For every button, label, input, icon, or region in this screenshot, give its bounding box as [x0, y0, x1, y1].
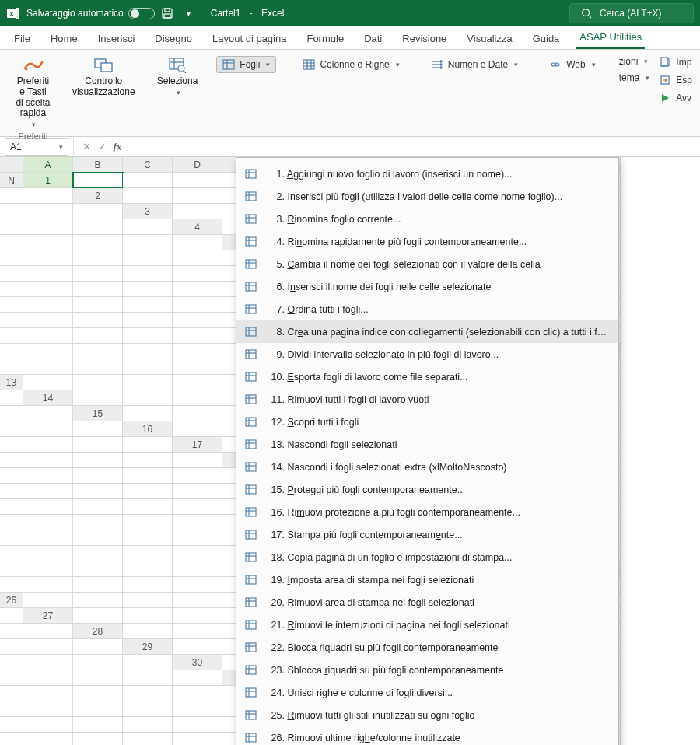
cell[interactable]	[123, 530, 173, 546]
cell[interactable]	[73, 546, 123, 561]
row-header[interactable]: 17	[173, 437, 222, 453]
cell[interactable]	[73, 639, 123, 655]
menu-item-26[interactable]: 26. Rimuovi ultime righe/colonne inutili…	[236, 726, 618, 745]
menu-item-12[interactable]: 12. Scopri tutti i fogli	[236, 411, 618, 433]
cell[interactable]	[123, 515, 173, 530]
cell[interactable]	[23, 437, 73, 453]
cell[interactable]	[73, 344, 123, 359]
cell[interactable]	[73, 390, 123, 406]
cell[interactable]	[173, 701, 222, 717]
col-header[interactable]: D	[173, 157, 222, 173]
cell[interactable]	[123, 406, 173, 421]
row-header[interactable]: 3	[123, 204, 173, 219]
cell[interactable]	[23, 313, 73, 328]
cell[interactable]	[0, 468, 23, 484]
formula-input[interactable]	[125, 138, 700, 156]
row-header[interactable]: 14	[23, 390, 73, 406]
cell[interactable]	[123, 717, 173, 733]
menu-item-7[interactable]: 7. Ordina tutti i fogli...	[236, 298, 618, 320]
cell[interactable]	[0, 484, 23, 499]
col-header[interactable]: A	[23, 157, 73, 173]
cell[interactable]	[73, 282, 123, 297]
cell[interactable]	[0, 328, 23, 344]
cell[interactable]	[23, 701, 73, 717]
cell[interactable]	[73, 173, 123, 188]
cell[interactable]	[173, 328, 222, 344]
cancel-formula-icon[interactable]: ✕	[79, 138, 94, 156]
cell[interactable]	[0, 188, 23, 204]
cell[interactable]	[73, 530, 123, 546]
zioni-partial[interactable]: zioni▾	[616, 54, 652, 68]
cell[interactable]	[123, 484, 173, 499]
cell[interactable]	[23, 235, 73, 250]
cell[interactable]	[73, 686, 123, 701]
cell[interactable]	[173, 686, 222, 701]
cell[interactable]	[0, 639, 23, 655]
menu-item-8[interactable]: 8. Crea una pagina indice con collegamen…	[236, 320, 618, 343]
tab-visualizza[interactable]: Visualizza	[464, 28, 515, 49]
cell[interactable]	[0, 561, 23, 577]
cell[interactable]	[173, 593, 222, 608]
col-header[interactable]: C	[123, 157, 173, 173]
cell[interactable]	[123, 359, 173, 375]
cell[interactable]	[0, 546, 23, 561]
cell[interactable]	[173, 297, 222, 313]
cell[interactable]	[23, 499, 73, 515]
cell[interactable]	[0, 219, 23, 235]
menu-item-4[interactable]: 4. Rinomina rapidamente più fogli contem…	[236, 230, 618, 253]
cell[interactable]	[173, 406, 222, 421]
cell[interactable]	[73, 219, 123, 235]
cell[interactable]	[123, 375, 173, 390]
cell[interactable]	[23, 453, 73, 468]
cell[interactable]	[173, 530, 222, 546]
cell[interactable]	[173, 235, 222, 250]
col-header[interactable]: N	[0, 173, 23, 188]
cell[interactable]	[0, 655, 23, 670]
cell[interactable]	[173, 188, 222, 204]
cell[interactable]	[173, 546, 222, 561]
cell[interactable]	[23, 686, 73, 701]
cell[interactable]	[23, 593, 73, 608]
cell[interactable]	[0, 344, 23, 359]
row-header[interactable]: 30	[173, 655, 222, 670]
cell[interactable]	[173, 359, 222, 375]
cell[interactable]	[0, 670, 23, 686]
row-header[interactable]: 2	[73, 188, 123, 204]
cell[interactable]	[123, 188, 173, 204]
menu-item-18[interactable]: 18. Copia pagina di un foglio e impostaz…	[236, 546, 618, 568]
quick-access-dropdown-icon[interactable]: ▾	[187, 9, 191, 18]
cell[interactable]	[123, 344, 173, 359]
cell[interactable]	[123, 437, 173, 453]
cell[interactable]	[123, 655, 173, 670]
cell[interactable]	[123, 297, 173, 313]
cell[interactable]	[123, 608, 173, 624]
cell[interactable]	[73, 250, 123, 266]
search-box[interactable]: Cerca (ALT+X)	[569, 3, 694, 23]
cell[interactable]	[173, 670, 222, 686]
cell[interactable]	[123, 624, 173, 639]
tab-revisione[interactable]: Revisione	[399, 28, 450, 49]
cell[interactable]	[23, 375, 73, 390]
cell[interactable]	[173, 624, 222, 639]
cell[interactable]	[123, 499, 173, 515]
cell[interactable]	[73, 359, 123, 375]
cell[interactable]	[0, 515, 23, 530]
cell[interactable]	[0, 733, 23, 745]
cell[interactable]	[73, 437, 123, 453]
menu-item-21[interactable]: 21. Rimuovi le interruzioni di pagina ne…	[236, 614, 618, 636]
cell[interactable]	[123, 468, 173, 484]
cell[interactable]	[173, 639, 222, 655]
col-header[interactable]: B	[73, 157, 123, 173]
tab-home[interactable]: Home	[47, 28, 81, 49]
row-header[interactable]: 1	[23, 173, 73, 188]
cell[interactable]	[173, 375, 222, 390]
cell[interactable]	[23, 421, 73, 437]
cell[interactable]	[173, 282, 222, 297]
cell[interactable]	[0, 282, 23, 297]
cell[interactable]	[173, 390, 222, 406]
row-header[interactable]: 29	[123, 639, 173, 655]
cell[interactable]	[23, 204, 73, 219]
cell[interactable]	[0, 608, 23, 624]
cell[interactable]	[73, 235, 123, 250]
cell[interactable]	[173, 344, 222, 359]
